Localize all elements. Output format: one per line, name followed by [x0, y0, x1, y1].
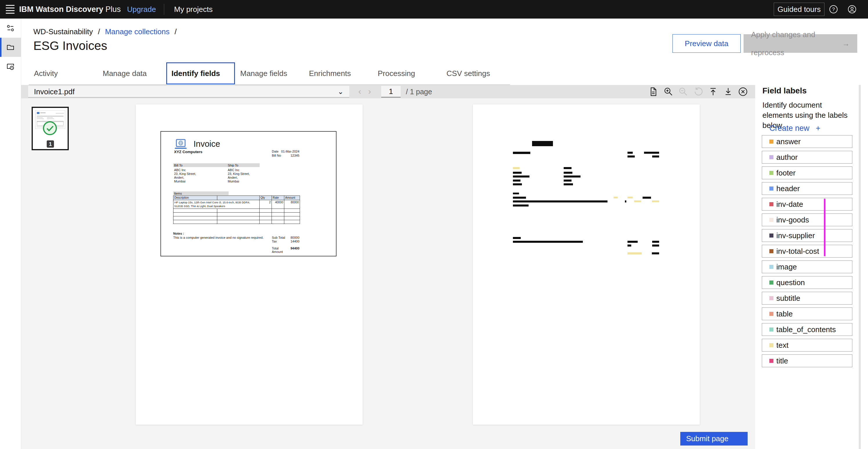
labeled-text-block[interactable] — [634, 200, 641, 202]
guided-tours-button[interactable]: Guided tours — [774, 3, 825, 16]
text-block[interactable] — [513, 241, 583, 243]
create-new-label-button[interactable]: Create new+ — [769, 124, 820, 133]
invoice-company: XYZ Computers — [174, 150, 203, 154]
field-label-inv-supplier[interactable]: inv-supplier — [762, 229, 852, 242]
upgrade-link[interactable]: Upgrade — [127, 0, 156, 19]
text-block[interactable] — [652, 241, 659, 243]
tab-activity[interactable]: Activity — [29, 62, 97, 85]
empty-table-cell — [217, 212, 260, 216]
preview-data-button[interactable]: Preview data — [673, 34, 741, 53]
field-label-header[interactable]: header — [762, 182, 852, 195]
text-block[interactable] — [532, 141, 553, 146]
text-block[interactable] — [513, 200, 608, 202]
document-workspace: Invoice1.pdf ⌄ ‹ › 1 / 1 page — [21, 85, 755, 449]
page-thumbnail[interactable]: 1 — [32, 107, 69, 150]
panel-scrollbar[interactable] — [859, 85, 861, 449]
text-block[interactable] — [513, 172, 522, 174]
zoom-in-icon[interactable] — [663, 87, 674, 97]
page-number-input[interactable]: 1 — [381, 86, 401, 97]
create-new-text: Create new — [769, 124, 809, 133]
field-label-text[interactable]: text — [762, 339, 852, 352]
text-block[interactable] — [627, 156, 635, 158]
labeled-text-block[interactable] — [627, 197, 633, 198]
rail-item-configuration[interactable] — [0, 19, 21, 38]
document-page[interactable]: Invoice XYZ Computers Date 01-Mar-2024 B… — [136, 104, 363, 425]
annotated-page[interactable] — [473, 104, 700, 425]
text-block[interactable] — [627, 241, 638, 243]
labeled-text-block[interactable] — [513, 167, 520, 169]
user-avatar-icon[interactable] — [847, 5, 857, 14]
submit-page-button[interactable]: Submit page — [680, 432, 748, 446]
invoice-title: Invoice — [193, 139, 220, 149]
field-label-answer[interactable]: answer — [762, 135, 852, 148]
invoice-logo-icon — [174, 139, 187, 150]
tab-manage-data[interactable]: Manage data — [97, 62, 166, 85]
text-block[interactable] — [652, 252, 659, 254]
download-icon[interactable] — [723, 87, 734, 97]
field-label-table[interactable]: table — [762, 308, 852, 320]
text-block[interactable] — [643, 197, 651, 199]
field-label-title[interactable]: title — [762, 354, 852, 367]
total-value: 94400 — [288, 247, 300, 250]
text-block[interactable] — [513, 237, 521, 239]
text-block[interactable] — [652, 156, 659, 158]
breadcrumb-manage-collections[interactable]: Manage collections — [105, 27, 170, 36]
fit-to-top-icon[interactable] — [708, 87, 718, 97]
labeled-text-block[interactable] — [627, 252, 642, 254]
empty-table-cell — [284, 220, 300, 224]
text-block[interactable] — [513, 193, 519, 194]
text-block[interactable] — [513, 204, 529, 206]
document-icon[interactable] — [648, 87, 658, 97]
rail-item-activity-log[interactable] — [0, 57, 21, 76]
field-label-author[interactable]: author — [762, 151, 852, 164]
labeled-text-block[interactable] — [614, 197, 618, 198]
zoom-out-icon[interactable] — [678, 87, 688, 97]
text-block[interactable] — [513, 175, 529, 178]
field-label-subtitle[interactable]: subtitle — [762, 292, 852, 304]
apply-changes-button[interactable]: Apply changes and reprocess → — [744, 34, 857, 53]
text-block[interactable] — [513, 180, 521, 182]
next-page-button[interactable]: › — [365, 86, 375, 97]
top-nav: IBM Watson Discovery Plus Upgrade My pro… — [0, 0, 868, 19]
tab-csv-settings[interactable]: CSV settings — [441, 62, 510, 85]
rail-item-collections[interactable] — [0, 38, 21, 57]
text-block[interactable] — [564, 175, 581, 178]
text-block[interactable] — [513, 183, 522, 185]
tab-identify-fields[interactable]: Identify fields — [166, 62, 235, 85]
tab-manage-fields[interactable]: Manage fields — [235, 62, 304, 85]
check-circle-icon — [42, 121, 57, 136]
field-label-image[interactable]: image — [762, 260, 852, 273]
file-select-dropdown[interactable]: Invoice1.pdf ⌄ — [28, 86, 349, 97]
prev-page-button[interactable]: ‹ — [355, 86, 365, 97]
tab-enrichments[interactable]: Enrichments — [304, 62, 372, 85]
label-name: header — [776, 184, 800, 193]
text-block[interactable] — [513, 152, 530, 154]
field-label-question[interactable]: question — [762, 276, 852, 289]
field-label-footer[interactable]: footer — [762, 166, 852, 179]
text-block[interactable] — [652, 245, 659, 247]
text-block[interactable] — [564, 180, 571, 182]
field-label-table_of_contents[interactable]: table_of_contents — [762, 323, 852, 336]
text-block[interactable] — [513, 197, 526, 199]
reset-view-icon[interactable] — [693, 87, 704, 97]
text-block[interactable] — [564, 172, 572, 174]
tax-label: Tax — [272, 239, 288, 243]
notes-text: This is a computer generated invoice and… — [173, 236, 264, 239]
hamburger-menu-icon[interactable] — [6, 5, 14, 13]
text-block[interactable] — [627, 245, 631, 247]
label-name: image — [776, 262, 797, 271]
text-block[interactable] — [627, 152, 633, 154]
field-label-inv-total-cost[interactable]: inv-total-cost — [762, 245, 852, 258]
field-label-inv-goods[interactable]: inv-goods — [762, 214, 852, 226]
my-projects-link[interactable]: My projects — [174, 0, 213, 19]
tab-processing-settings[interactable]: Processing settings — [372, 62, 441, 85]
field-label-inv-date[interactable]: inv-date — [762, 198, 852, 211]
close-icon[interactable] — [738, 87, 748, 97]
help-icon[interactable]: ? — [829, 5, 838, 14]
text-block[interactable] — [644, 152, 659, 154]
text-block[interactable] — [625, 200, 626, 202]
page-title: ESG Invoices — [33, 39, 107, 53]
text-block[interactable] — [564, 167, 571, 169]
text-block[interactable] — [564, 183, 573, 185]
labeled-text-block[interactable] — [652, 200, 659, 202]
